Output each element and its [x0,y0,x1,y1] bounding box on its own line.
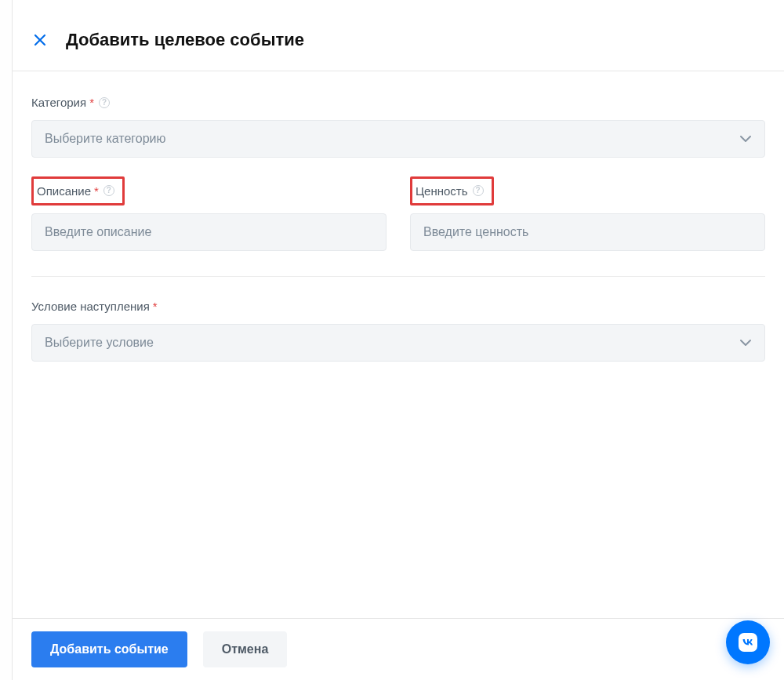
panel-title: Добавить целевое событие [66,30,304,50]
panel-footer: Добавить событие Отмена [13,618,784,680]
condition-field: Условие наступления * Выберите условие [31,299,765,362]
description-label-highlight: Описание * ? [31,176,125,206]
help-icon[interactable]: ? [99,97,110,108]
help-icon[interactable]: ? [473,185,484,196]
description-input[interactable] [31,213,387,251]
category-select[interactable]: Выберите категорию [31,120,765,158]
vk-logo-icon [736,631,760,654]
description-label: Описание [37,184,91,199]
condition-label-row: Условие наступления * [31,299,765,315]
value-field: Ценность ? [410,176,765,252]
add-target-event-panel: Добавить целевое событие Категория * ? В… [12,0,784,680]
description-field: Описание * ? [31,176,387,252]
help-icon[interactable]: ? [103,185,114,196]
section-divider [31,276,765,277]
add-event-button[interactable]: Добавить событие [31,631,187,667]
value-label-row: Ценность ? [416,184,484,199]
close-icon[interactable] [31,31,49,49]
vk-fab-button[interactable] [726,620,770,664]
value-label-highlight: Ценность ? [410,176,494,206]
cancel-button[interactable]: Отмена [203,631,288,667]
description-label-row: Описание * ? [37,184,114,199]
condition-select[interactable]: Выберите условие [31,324,765,362]
required-mark: * [153,299,158,315]
panel-body: Категория * ? Выберите категорию Описани… [13,71,784,618]
category-select-placeholder: Выберите категорию [45,132,166,146]
value-label: Ценность [416,184,468,199]
condition-label: Условие наступления [31,299,150,315]
description-value-row: Описание * ? Ценность ? [31,176,765,271]
chevron-down-icon [739,135,752,143]
panel-header: Добавить целевое событие [13,0,784,71]
required-mark: * [89,95,94,111]
value-input[interactable] [410,213,765,251]
required-mark: * [94,184,99,199]
category-label-row: Категория * ? [31,95,765,111]
category-field: Категория * ? Выберите категорию [31,95,765,158]
chevron-down-icon [739,339,752,347]
category-label: Категория [31,95,86,111]
condition-select-placeholder: Выберите условие [45,336,154,350]
